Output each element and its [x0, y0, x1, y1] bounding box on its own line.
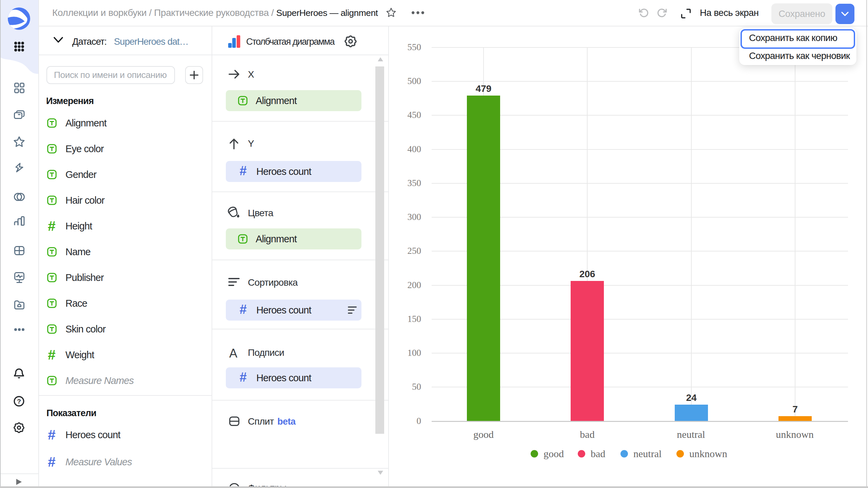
svg-text:?: ?	[17, 398, 21, 405]
